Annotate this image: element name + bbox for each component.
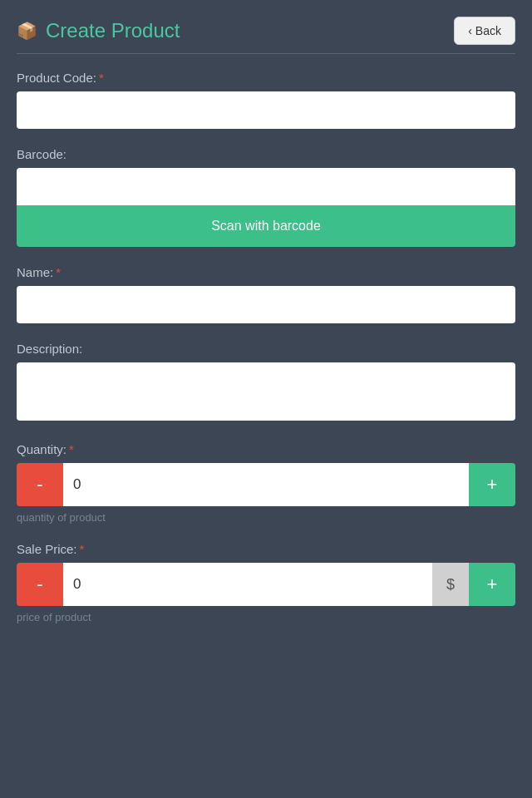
title-text: Create Product bbox=[46, 19, 180, 42]
sale-price-stepper: - $ + bbox=[17, 563, 515, 606]
description-label: Description: bbox=[17, 342, 515, 356]
quantity-minus-button[interactable]: - bbox=[17, 463, 63, 506]
quantity-stepper: - + bbox=[17, 463, 515, 506]
price-input[interactable] bbox=[63, 563, 432, 606]
price-hint: price of product bbox=[17, 611, 515, 623]
required-star: * bbox=[69, 442, 74, 456]
name-group: Name:* bbox=[17, 265, 515, 323]
quantity-plus-button[interactable]: + bbox=[469, 463, 515, 506]
barcode-group: Barcode: Scan with barcode bbox=[17, 147, 515, 247]
page-header: 📦 Create Product ‹ Back bbox=[17, 17, 515, 54]
description-input[interactable] bbox=[17, 362, 515, 421]
barcode-label: Barcode: bbox=[17, 147, 515, 161]
sale-price-label: Sale Price:* bbox=[17, 542, 515, 556]
required-star: * bbox=[99, 71, 104, 85]
product-code-group: Product Code:* bbox=[17, 71, 515, 129]
package-icon: 📦 bbox=[17, 21, 37, 41]
back-button[interactable]: ‹ Back bbox=[454, 17, 515, 45]
name-label: Name:* bbox=[17, 265, 515, 279]
barcode-input[interactable] bbox=[17, 168, 515, 205]
required-star: * bbox=[80, 542, 85, 556]
name-input[interactable] bbox=[17, 286, 515, 323]
required-star: * bbox=[56, 265, 61, 279]
price-plus-button[interactable]: + bbox=[469, 563, 515, 606]
currency-symbol: $ bbox=[432, 563, 469, 606]
quantity-hint: quantity of product bbox=[17, 511, 515, 524]
barcode-input-group: Scan with barcode bbox=[17, 168, 515, 247]
price-minus-button[interactable]: - bbox=[17, 563, 63, 606]
product-code-label: Product Code:* bbox=[17, 71, 515, 85]
page-title: 📦 Create Product bbox=[17, 19, 180, 42]
sale-price-group: Sale Price:* - $ + price of product bbox=[17, 542, 515, 623]
quantity-group: Quantity:* - + quantity of product bbox=[17, 442, 515, 524]
description-group: Description: bbox=[17, 342, 515, 424]
scan-barcode-button[interactable]: Scan with barcode bbox=[17, 205, 515, 247]
quantity-input[interactable] bbox=[63, 463, 469, 506]
product-code-input[interactable] bbox=[17, 91, 515, 129]
quantity-label: Quantity:* bbox=[17, 442, 515, 456]
